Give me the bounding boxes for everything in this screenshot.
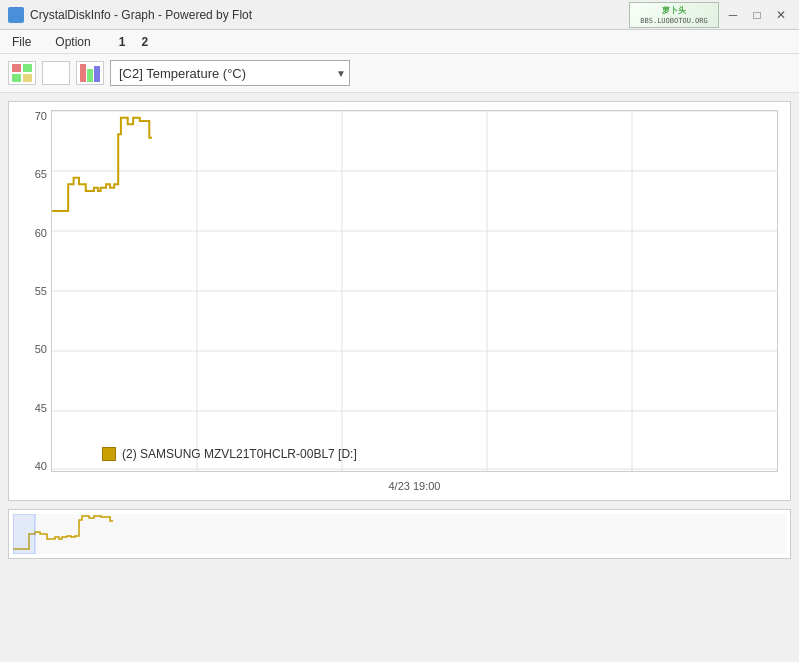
menu-file[interactable]: File [8, 33, 35, 51]
brand-text: BBS.LUOBOTOU.ORG [640, 17, 707, 25]
dropdown-wrapper: [C2] Temperature (°C) ▼ [110, 60, 350, 86]
menu-option[interactable]: Option [51, 33, 94, 51]
legend-label: (2) SAMSUNG MZVL21T0HCLR-00BL7 [D:] [122, 447, 357, 461]
svg-rect-6 [94, 66, 100, 82]
toolbar: [C2] Temperature (°C) ▼ [0, 54, 799, 93]
close-button[interactable]: ✕ [771, 5, 791, 25]
svg-rect-0 [12, 64, 21, 72]
chart-legend: (2) SAMSUNG MZVL21T0HCLR-00BL7 [D:] [102, 447, 357, 461]
minimize-button[interactable]: ─ [723, 5, 743, 25]
y-label-50: 50 [35, 343, 47, 355]
legend-color-box [102, 447, 116, 461]
menu-number-1[interactable]: 1 [119, 35, 126, 49]
metric-dropdown[interactable]: [C2] Temperature (°C) [110, 60, 350, 86]
x-label-time: 4/23 19:00 [389, 480, 441, 492]
y-label-65: 65 [35, 168, 47, 180]
menu-number-2[interactable]: 2 [141, 35, 148, 49]
svg-rect-4 [80, 64, 86, 82]
app-icon [8, 7, 24, 23]
chart-container: 70 65 60 55 50 45 40 [21, 110, 778, 492]
chart-plot: (2) SAMSUNG MZVL21T0HCLR-00BL7 [D:] [51, 110, 778, 472]
window-container: CrystalDiskInfo - Graph - Powered by Flo… [0, 0, 799, 559]
chart-area: 70 65 60 55 50 45 40 [8, 101, 791, 501]
y-label-45: 45 [35, 402, 47, 414]
title-right: 萝卜头 BBS.LUOBOTOU.ORG ─ □ ✕ [629, 2, 791, 28]
x-axis: 4/23 19:00 [51, 472, 778, 492]
mini-chart-inner [13, 514, 786, 554]
maximize-button[interactable]: □ [747, 5, 767, 25]
y-axis: 70 65 60 55 50 45 40 [21, 110, 51, 472]
y-label-55: 55 [35, 285, 47, 297]
y-label-70: 70 [35, 110, 47, 122]
toolbar-chart-btn[interactable] [76, 61, 104, 85]
svg-rect-2 [12, 74, 21, 82]
svg-rect-1 [23, 64, 32, 72]
toolbar-grid-btn[interactable] [8, 61, 36, 85]
title-bar: CrystalDiskInfo - Graph - Powered by Flo… [0, 0, 799, 30]
svg-rect-18 [13, 514, 35, 554]
mini-chart [8, 509, 791, 559]
window-title: CrystalDiskInfo - Graph - Powered by Flo… [30, 8, 252, 22]
menu-bar: File Option 1 2 [0, 30, 799, 54]
svg-rect-5 [87, 69, 93, 82]
svg-rect-3 [23, 74, 32, 82]
y-label-40: 40 [35, 460, 47, 472]
y-label-60: 60 [35, 227, 47, 239]
toolbar-blank-btn[interactable] [42, 61, 70, 85]
title-left: CrystalDiskInfo - Graph - Powered by Flo… [8, 7, 252, 23]
